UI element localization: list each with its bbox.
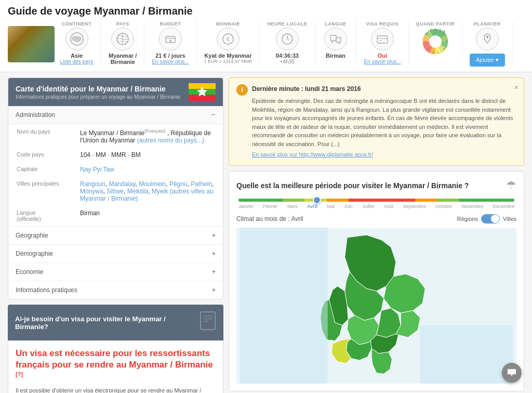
bar-feb [260, 199, 282, 202]
svg-point-28 [486, 36, 488, 38]
nom-pays-value: Le Myanmar / Birmanie(Français) , Républ… [73, 125, 222, 147]
villes-link[interactable]: Sittwe [107, 188, 124, 195]
villes-link[interactable]: Meiktila [127, 188, 149, 195]
alert-header: Dernière minute : lundi 21 mars 2016 [252, 84, 516, 94]
villes-link[interactable]: Myeik [152, 188, 168, 195]
season-wheel: D N O S A J J J M F J M [421, 28, 449, 57]
visa-card-body: Un visa est nécessaire pour les ressorti… [8, 340, 223, 393]
section-demographie-label: Démographie [16, 250, 53, 257]
budget-value: 21 € / jours [155, 53, 185, 59]
visa-card-header: Ai-je besoin d'un visa pour visiter le M… [8, 305, 223, 340]
continent-link[interactable]: Liste des pays [60, 59, 94, 64]
regions-toggle[interactable] [481, 214, 500, 224]
month-dec: Décembre [493, 204, 514, 209]
regions-toggle-row: Régions Villes [457, 214, 516, 224]
month-apr: Avril [307, 204, 317, 209]
month-may: Mai [327, 204, 335, 209]
alert-link[interactable]: En savoir plus sur http://www.diplomatie… [252, 151, 373, 158]
table-row: Langue(officielle) Birman [9, 206, 222, 225]
season-title-row: Quelle est la meilleure période pour vis… [236, 179, 516, 192]
budget-icon [159, 28, 182, 50]
alert-box: i Dernière minute : lundi 21 mars 2016 É… [229, 77, 524, 166]
svg-text:J: J [440, 29, 441, 31]
nav-budget-label: BUDGET [160, 21, 181, 27]
expand-demographie-icon: + [212, 250, 216, 257]
months-row: Janvier Février Mars Avril Mai Juin Juil… [238, 204, 514, 209]
villes-link[interactable]: Pathein [191, 180, 212, 188]
autres-noms-link[interactable]: (autres noms du pays...) [137, 137, 204, 144]
visa-card-title: Ai-je besoin d'un visa pour visiter le M… [15, 315, 194, 331]
ajouter-button[interactable]: Ajouter ▾ [470, 54, 505, 67]
villes-link[interactable]: Monywa [80, 188, 103, 195]
villes-label: Villes [503, 216, 516, 222]
svg-rect-30 [201, 312, 215, 330]
visa-main-title: Un visa est nécessaire pour les ressorti… [16, 348, 216, 383]
expand-geographie-icon: + [212, 232, 216, 239]
budget-link[interactable]: En savoir plus... [152, 59, 189, 64]
alert-close-button[interactable]: × [514, 82, 518, 93]
alert-text: Épidémie de méningite. Des cas de méning… [252, 97, 516, 148]
info-table: Nom du pays Le Myanmar / Birmanie(França… [8, 124, 223, 226]
umbrella-icon: ☂ [506, 179, 516, 192]
month-slider-handle[interactable] [313, 196, 321, 204]
climate-label: Climat au mois de : Avril [236, 215, 303, 222]
section-economie-label: Economie [16, 268, 43, 276]
month-oct: Octobre [435, 204, 452, 209]
table-row: Capitale Nay Pyi Taw [9, 163, 222, 176]
svg-point-5 [169, 40, 171, 42]
villes-value: Rangoun, Mandalay, Moulmein, Pégou, Path… [73, 177, 222, 205]
alert-content: Dernière minute : lundi 21 mars 2016 Épi… [252, 84, 516, 159]
villes-link[interactable]: Mandalay [109, 180, 135, 188]
monnaie-icon: € [217, 28, 240, 50]
nom-value: Le Myanmar / Birmanie [80, 129, 144, 137]
continent-icon [65, 28, 88, 50]
visa-card: Ai-je besoin d'un visa pour visiter le M… [8, 305, 223, 393]
bar-jun [349, 199, 370, 202]
capitale-label: Capitale [9, 163, 72, 176]
bar-jan [238, 199, 260, 202]
month-feb: Février [263, 204, 277, 209]
month-bar [238, 199, 514, 202]
villes-link[interactable]: Rangoun [80, 180, 105, 188]
villes-label: Villes principales [9, 177, 72, 205]
section-economie[interactable]: Economie + [8, 263, 223, 281]
villes-link[interactable]: Pégou [169, 180, 188, 188]
visa-ref: [?] [16, 371, 23, 377]
nav-pays-label: PAYS [116, 21, 129, 27]
table-row: Code pays 104 · MM · MMR · BM [9, 148, 222, 162]
bar-oct [437, 199, 459, 202]
langue-value: Birman [73, 206, 222, 225]
month-nov: Novembre [462, 204, 484, 209]
nav-langue: LANGUE Birman [315, 21, 356, 59]
section-geographie[interactable]: Géographie + [8, 227, 223, 245]
svg-line-10 [287, 39, 289, 40]
expandable-sections: Géographie + Démographie + Economie + In… [8, 226, 223, 299]
visa-card-titles: Ai-je besoin d'un visa pour visiter le M… [15, 315, 194, 331]
visa-link[interactable]: En savoir plus... [364, 59, 401, 64]
month-jul: Juillet [362, 204, 374, 209]
nav-visa-label: VISA REQUIS [366, 21, 398, 27]
month-sep: Septembre [403, 204, 426, 209]
heure-icon [276, 28, 299, 50]
langue-label: Langue(officielle) [9, 206, 72, 225]
flag-star [197, 86, 207, 98]
svg-marker-29 [197, 87, 207, 97]
villes-link[interactable]: Moulmein [139, 180, 166, 188]
nav-heure-label: HEURE LOCALE [267, 21, 307, 27]
svg-text:S: S [443, 48, 445, 50]
langue-value: Birman [326, 53, 345, 59]
regions-label: Régions [457, 216, 478, 222]
country-thumbnail [8, 26, 55, 62]
expand-infos-icon: + [212, 286, 216, 294]
climate-row: Climat au mois de : Avril Régions Villes [236, 214, 516, 224]
myanmar-flag [189, 83, 216, 101]
section-infos-pratiques[interactable]: Informations pratiques + [8, 281, 223, 299]
month-slider-container: Janvier Février Mars Avril Mai Juin Juil… [236, 199, 516, 209]
season-title: Quelle est la meilleure période pour vis… [236, 181, 469, 190]
visa-icon [371, 28, 394, 50]
chat-bubble[interactable] [502, 363, 522, 383]
nav-visa: VISA REQUIS Oui En savoir plus... [356, 21, 408, 64]
capitale-link[interactable]: Nay Pyi Taw [80, 166, 114, 173]
section-demographie[interactable]: Démographie + [8, 245, 223, 263]
alert-icon: i [236, 84, 248, 96]
